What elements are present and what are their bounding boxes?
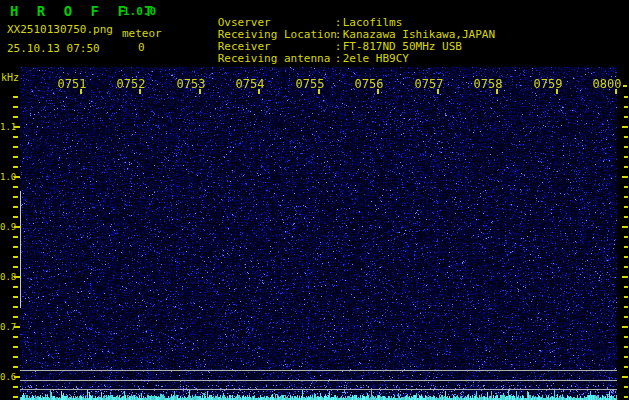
tick-mark bbox=[624, 306, 628, 308]
tick-mark bbox=[624, 386, 628, 388]
freq-tick-label: 0.8 bbox=[0, 272, 13, 282]
station-row-observer: Ovserver:Lacofilms bbox=[178, 5, 495, 17]
tick-mark bbox=[13, 366, 18, 368]
tick-mark bbox=[624, 356, 628, 358]
tick-mark bbox=[13, 186, 18, 188]
tick-mark bbox=[624, 96, 628, 98]
tick-mark bbox=[13, 336, 18, 338]
tick-mark bbox=[623, 85, 627, 87]
tick-mark bbox=[13, 116, 18, 118]
tick-mark bbox=[13, 246, 18, 248]
tick-mark bbox=[624, 366, 628, 368]
lower-marker-line bbox=[20, 389, 617, 390]
time-tick-label: 0757 bbox=[415, 79, 444, 89]
freq-tick-label: 0.9 bbox=[0, 222, 13, 232]
time-tick-label: 0754 bbox=[236, 79, 265, 89]
tick-mark bbox=[437, 89, 439, 94]
tick-mark bbox=[13, 296, 18, 298]
tick-mark bbox=[556, 89, 558, 94]
tick-mark bbox=[624, 346, 628, 348]
app-version: 1.0.0 bbox=[123, 5, 156, 18]
tick-mark bbox=[624, 316, 628, 318]
time-tick-label: 0755 bbox=[296, 79, 325, 89]
tick-mark bbox=[13, 396, 18, 398]
freq-tick-label: 0.7 bbox=[0, 322, 13, 332]
tick-mark bbox=[13, 356, 18, 358]
tick-mark bbox=[14, 276, 20, 278]
tick-mark bbox=[624, 106, 628, 108]
antenna-value: 2ele HB9CY bbox=[343, 52, 409, 65]
tick-mark bbox=[624, 196, 628, 198]
tick-mark bbox=[624, 336, 628, 338]
tick-mark bbox=[13, 386, 18, 388]
tick-mark bbox=[199, 89, 201, 94]
tick-mark bbox=[13, 196, 18, 198]
station-info: Ovserver:Lacofilms Receiving Location:Ka… bbox=[178, 5, 495, 53]
tick-mark bbox=[80, 89, 82, 94]
tick-mark bbox=[624, 186, 628, 188]
tick-mark bbox=[624, 246, 628, 248]
tick-mark bbox=[14, 226, 20, 228]
meteor-count-value: 0 bbox=[138, 41, 145, 54]
tick-mark bbox=[13, 136, 18, 138]
tick-mark bbox=[13, 236, 18, 238]
tick-mark bbox=[13, 256, 18, 258]
tick-mark bbox=[13, 106, 18, 108]
tick-mark bbox=[14, 376, 20, 378]
tick-mark bbox=[624, 216, 628, 218]
time-tick-label: 0759 bbox=[534, 79, 563, 89]
time-tick-label: 0753 bbox=[177, 79, 206, 89]
tick-mark bbox=[624, 156, 628, 158]
tick-mark bbox=[624, 166, 628, 168]
tick-mark bbox=[13, 206, 18, 208]
time-tick-label: 0756 bbox=[355, 79, 384, 89]
freq-axis-unit: kHz bbox=[1, 73, 19, 83]
tick-mark bbox=[14, 126, 20, 128]
antenna-label: Receiving antenna bbox=[218, 53, 335, 65]
output-filename: XX2510130750.png bbox=[7, 23, 113, 36]
tick-mark bbox=[624, 206, 628, 208]
tick-mark bbox=[13, 306, 18, 308]
hrofft-window: H R O F F T 1.0.0 XX2510130750.png meteo… bbox=[0, 0, 629, 400]
tick-mark bbox=[622, 176, 628, 178]
tick-mark bbox=[13, 266, 18, 268]
tick-mark bbox=[622, 376, 628, 378]
time-tick-label: 0752 bbox=[117, 79, 146, 89]
tick-mark bbox=[615, 89, 617, 94]
tick-mark bbox=[622, 276, 628, 278]
tick-mark bbox=[624, 256, 628, 258]
freq-tick-label: 0.6 bbox=[0, 372, 13, 382]
time-tick-label: 0758 bbox=[474, 79, 503, 89]
separator: : bbox=[335, 53, 343, 65]
tick-mark bbox=[13, 346, 18, 348]
tick-mark bbox=[139, 89, 141, 94]
tick-mark bbox=[624, 396, 628, 398]
tick-mark bbox=[13, 216, 18, 218]
tick-mark bbox=[14, 176, 20, 178]
tick-mark bbox=[496, 89, 498, 94]
tick-mark bbox=[13, 146, 18, 148]
lower-marker-line bbox=[20, 380, 617, 381]
tick-mark bbox=[622, 326, 628, 328]
tick-mark bbox=[377, 89, 379, 94]
tick-mark bbox=[624, 136, 628, 138]
tick-mark bbox=[624, 296, 628, 298]
tick-mark bbox=[622, 126, 628, 128]
tick-mark bbox=[14, 326, 20, 328]
spectrogram-canvas bbox=[20, 67, 617, 400]
tick-mark bbox=[624, 146, 628, 148]
tick-mark bbox=[624, 236, 628, 238]
time-tick-label: 0751 bbox=[58, 79, 87, 89]
observation-mode-label: meteor bbox=[122, 27, 162, 40]
tick-mark bbox=[622, 226, 628, 228]
echo-search-range-marker bbox=[20, 191, 21, 308]
time-tick-label: 0800 bbox=[593, 79, 622, 89]
tick-mark bbox=[13, 156, 18, 158]
tick-mark bbox=[624, 116, 628, 118]
tick-mark bbox=[13, 286, 18, 288]
tick-mark bbox=[13, 96, 18, 98]
tick-mark bbox=[13, 166, 18, 168]
freq-tick-label: 1.0 bbox=[0, 172, 13, 182]
tick-mark bbox=[318, 89, 320, 94]
tick-mark bbox=[258, 89, 260, 94]
